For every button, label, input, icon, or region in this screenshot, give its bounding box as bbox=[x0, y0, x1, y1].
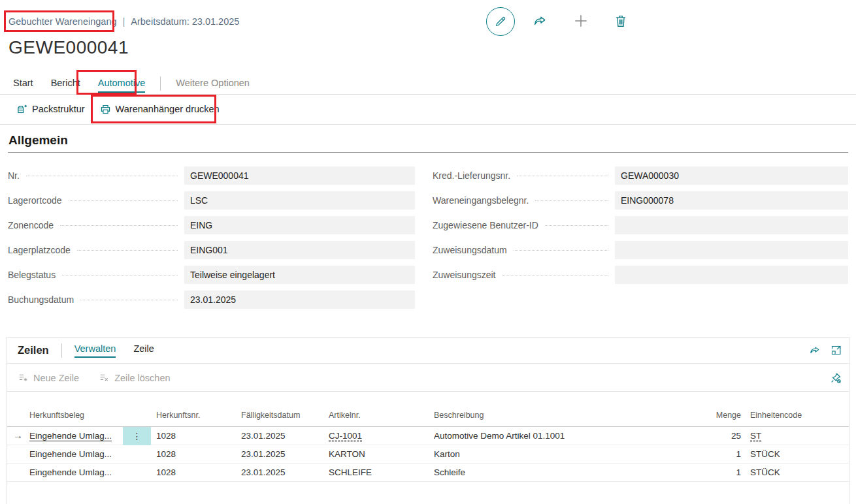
field-wareneingangsbelegnr-value[interactable]: EING000078 bbox=[615, 191, 848, 210]
col-herkunftsbeleg[interactable]: Herkunftsbeleg bbox=[29, 411, 84, 420]
field-buchungsdatum-value[interactable]: 23.01.2025 bbox=[184, 291, 415, 309]
field-kred-lieferungsnr-label: Kred.-Lieferungsnr. bbox=[433, 170, 510, 181]
packstruktur-label: Packstruktur bbox=[32, 104, 85, 114]
row-options-icon[interactable]: ⋮ bbox=[123, 427, 151, 445]
tab-bericht[interactable]: Bericht bbox=[51, 78, 80, 93]
cell-artikelnr-link[interactable]: CJ-1001 bbox=[329, 431, 362, 441]
cell-faelligkeit: 23.01.2025 bbox=[241, 431, 286, 441]
delete-line-icon bbox=[99, 372, 110, 383]
unpin-pane-button[interactable] bbox=[830, 372, 842, 384]
lines-title-divider bbox=[61, 343, 62, 358]
field-zuweisungsdatum: Zuweisungsdatum bbox=[433, 238, 848, 262]
lines-toolbar: Neue Zeile Zeile löschen bbox=[7, 364, 849, 392]
page-title: GEWE000041 bbox=[8, 37, 129, 58]
dotted-leader bbox=[62, 275, 178, 276]
field-nr: Nr. GEWE000041 bbox=[8, 163, 415, 188]
field-belegstatus-label: Belegstatus bbox=[8, 270, 56, 280]
selected-row-arrow-icon: → bbox=[13, 430, 23, 441]
table-row[interactable]: Eingehende Umlag... 1028 23.01.2025 SCHL… bbox=[7, 464, 849, 482]
tab-more-options[interactable]: Weitere Optionen bbox=[176, 78, 250, 93]
general-right-column: Kred.-Lieferungsnr. GEWA000030 Wareneing… bbox=[433, 163, 848, 287]
field-zonencode-label: Zonencode bbox=[8, 220, 54, 230]
lines-menu-verwalten[interactable]: Verwalten bbox=[74, 343, 116, 358]
field-zuweisungsdatum-value[interactable] bbox=[615, 241, 848, 259]
table-row-selected[interactable]: → Eingehende Umlag... ⋮ 1028 23.01.2025 … bbox=[7, 427, 849, 445]
dotted-leader bbox=[26, 176, 178, 176]
tab-divider bbox=[160, 76, 161, 91]
tab-start[interactable]: Start bbox=[13, 78, 33, 93]
caption-separator: | bbox=[123, 16, 125, 27]
table-body: → Eingehende Umlag... ⋮ 1028 23.01.2025 … bbox=[7, 427, 849, 482]
section-allgemein-rule bbox=[8, 152, 848, 153]
field-lagerplatzcode-label: Lagerplatzcode bbox=[8, 245, 71, 255]
field-lagerortcode-value[interactable]: LSC bbox=[184, 191, 415, 210]
field-zugewiesene-benutzer-id-label: Zugewiesene Benutzer-ID bbox=[433, 220, 538, 230]
col-einheitencode[interactable]: Einheitencode bbox=[750, 411, 802, 420]
cell-herkunftsnr: 1028 bbox=[156, 467, 176, 477]
cell-artikelnr: KARTON bbox=[329, 449, 365, 459]
warenanhaenger-drucken-button[interactable]: Warenanhänger drucken bbox=[100, 104, 220, 115]
field-belegstatus-value[interactable]: Teilweise eingelagert bbox=[184, 266, 415, 284]
cell-einheitencode: STÜCK bbox=[750, 449, 780, 459]
cell-beschreibung: Schleife bbox=[434, 467, 465, 477]
field-wareneingangsbelegnr-label: Wareneingangsbelegnr. bbox=[433, 195, 529, 206]
field-zuweisungszeit-value[interactable] bbox=[615, 266, 848, 284]
delete-line-button: Zeile löschen bbox=[99, 372, 170, 383]
delete-line-label: Zeile löschen bbox=[114, 373, 170, 383]
cell-herkunftsnr: 1028 bbox=[156, 431, 176, 441]
field-kred-lieferungsnr-value[interactable]: GEWA000030 bbox=[615, 166, 848, 185]
cell-menge: 1 bbox=[687, 467, 741, 477]
cell-artikelnr: SCHLEIFE bbox=[329, 467, 372, 477]
edit-button[interactable] bbox=[486, 7, 515, 36]
page-caption[interactable]: Gebuchter Wareneingang bbox=[8, 16, 117, 27]
dotted-leader bbox=[80, 300, 178, 300]
col-menge[interactable]: Menge bbox=[687, 411, 741, 420]
new-line-label: Neue Zeile bbox=[33, 373, 79, 383]
pencil-icon bbox=[494, 15, 507, 28]
lines-menu-zeile[interactable]: Zeile bbox=[133, 343, 154, 358]
packstruktur-button[interactable]: Packstruktur bbox=[16, 104, 85, 115]
cell-beschreibung: Karton bbox=[434, 449, 460, 459]
field-nr-value[interactable]: GEWE000041 bbox=[184, 166, 415, 185]
field-buchungsdatum-label: Buchungsdatum bbox=[8, 294, 74, 305]
delete-button[interactable] bbox=[614, 14, 628, 28]
tab-automotive[interactable]: Automotive bbox=[98, 78, 146, 93]
field-kred-lieferungsnr: Kred.-Lieferungsnr. GEWA000030 bbox=[433, 163, 848, 188]
cell-herkunftsbeleg-link[interactable]: Eingehende Umlag... bbox=[29, 431, 112, 441]
cell-einheitencode-link[interactable]: ST bbox=[750, 431, 761, 441]
field-lagerortcode-label: Lagerortcode bbox=[8, 195, 62, 206]
cell-einheitencode: STÜCK bbox=[750, 467, 780, 477]
field-lagerplatzcode-value[interactable]: EING001 bbox=[184, 241, 415, 259]
lines-focus-mode-button[interactable] bbox=[831, 345, 842, 356]
expand-icon bbox=[831, 345, 842, 356]
table-row[interactable]: Eingehende Umlag... 1028 23.01.2025 KART… bbox=[7, 445, 849, 464]
field-zugewiesene-benutzer-id: Zugewiesene Benutzer-ID bbox=[433, 213, 848, 238]
col-faelligkeitsdatum[interactable]: Fälligkeitsdatum bbox=[241, 411, 300, 420]
pin-off-icon bbox=[830, 372, 842, 384]
action-bar-underline bbox=[0, 124, 856, 125]
share-button[interactable] bbox=[533, 14, 548, 29]
plus-icon bbox=[572, 12, 589, 29]
lines-share-button[interactable] bbox=[809, 345, 821, 356]
cell-menge: 25 bbox=[687, 431, 741, 441]
field-wareneingangsbelegnr: Wareneingangsbelegnr. EING000078 bbox=[433, 188, 848, 213]
share-icon bbox=[533, 14, 548, 29]
field-zugewiesene-benutzer-id-value[interactable] bbox=[615, 216, 848, 234]
col-artikelnr[interactable]: Artikelnr. bbox=[329, 411, 361, 420]
field-zonencode-value[interactable]: EING bbox=[184, 216, 415, 234]
field-zonencode: Zonencode EING bbox=[8, 213, 415, 238]
new-button[interactable] bbox=[572, 12, 589, 29]
col-herkunftsnr[interactable]: Herkunftsnr. bbox=[156, 411, 200, 420]
col-beschreibung[interactable]: Beschreibung bbox=[434, 411, 484, 420]
field-buchungsdatum: Buchungsdatum 23.01.2025 bbox=[8, 287, 415, 312]
tab-strip: Start Bericht Automotive Weitere Optione… bbox=[13, 76, 250, 93]
section-allgemein-title[interactable]: Allgemein bbox=[8, 133, 68, 148]
dotted-leader bbox=[60, 225, 178, 226]
cell-herkunftsbeleg[interactable]: Eingehende Umlag... bbox=[29, 467, 112, 477]
cell-faelligkeit: 23.01.2025 bbox=[241, 449, 286, 459]
field-zuweisungsdatum-label: Zuweisungsdatum bbox=[433, 245, 507, 255]
table-header-row: Herkunftsbeleg Herkunftsnr. Fälligkeitsd… bbox=[7, 411, 849, 426]
action-bar: Packstruktur Warenanhänger drucken bbox=[16, 100, 220, 118]
cell-herkunftsbeleg[interactable]: Eingehende Umlag... bbox=[29, 449, 112, 459]
dotted-leader bbox=[545, 225, 608, 226]
